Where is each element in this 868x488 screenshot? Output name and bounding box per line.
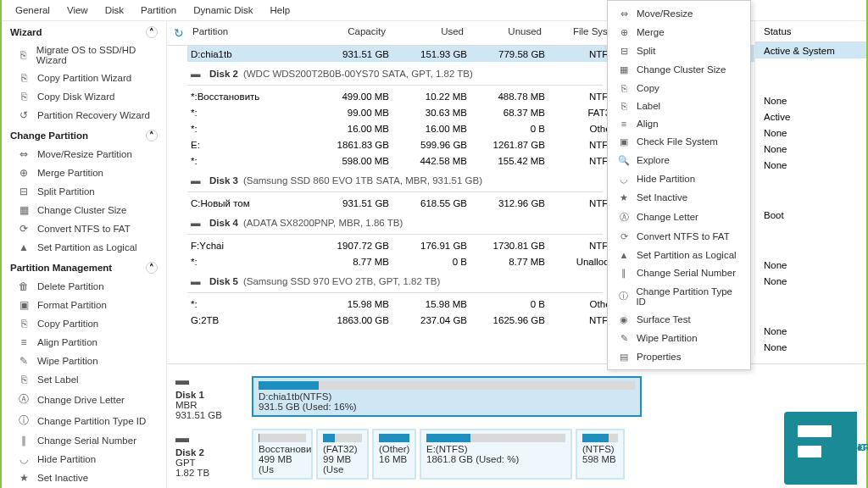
sidebar-item-partition-recovery-wizard[interactable]: ↺Partition Recovery Wizard: [2, 106, 166, 125]
icon: ▲: [17, 241, 31, 253]
sidebar-item-label: Align Partition: [37, 337, 97, 347]
sidebar-item-change-serial-number[interactable]: ∥Change Serial Number: [2, 431, 166, 450]
icon: ▲: [618, 250, 630, 260]
icon: ⎘: [17, 72, 31, 84]
sidebar-item-set-label[interactable]: ⎘Set Label: [2, 370, 166, 389]
menu-partition[interactable]: Partition: [134, 3, 183, 17]
ctx-wipe-partition[interactable]: ✎Wipe Partition: [608, 329, 750, 347]
icon: ⎘: [17, 374, 31, 385]
disk-card[interactable]: ▬Disk 1MBR931.51 GB D:chia1tb(NTFS) 931.…: [175, 373, 858, 420]
content-area: ↻ Partition Capacity Used Unused File Sy…: [167, 21, 866, 488]
sidebar-item-label: Merge Partition: [37, 168, 103, 178]
sidebar-item-wipe-partition[interactable]: ✎Wipe Partition: [2, 352, 166, 370]
partition-box[interactable]: (FAT32)99 MB (Use: [316, 429, 369, 480]
sidebar-item-set-partition-as-logical[interactable]: ▲Set Partition as Logical: [2, 238, 166, 257]
sidebar-item-convert-ntfs-to-fat[interactable]: ⟳Convert NTFS to FAT: [2, 219, 166, 238]
icon: ⎘: [17, 318, 31, 330]
sidebar-item-merge-partition[interactable]: ⊕Merge Partition: [2, 164, 166, 182]
icon: ⊟: [17, 186, 31, 197]
sidebar-item-set-inactive[interactable]: ★Set Inactive: [2, 469, 166, 487]
ctx-hide-partition[interactable]: ◡Hide Partition: [608, 169, 750, 188]
sidebar-item-label: Hide Partition: [37, 454, 96, 464]
ctx-properties[interactable]: ▤Properties: [608, 347, 750, 366]
icon: ▣: [618, 136, 630, 147]
sidebar-item-migrate-os-to-ssd-hd-wizard[interactable]: ⎘Migrate OS to SSD/HD Wizard: [2, 42, 166, 69]
icon: ◡: [618, 174, 630, 185]
partition-box[interactable]: D:chia1tb(NTFS) 931.5 GB (Used: 16%): [252, 376, 642, 417]
sidebar-item-change-partition-type-id[interactable]: ⓘChange Partition Type ID: [2, 410, 166, 431]
sidebar-item-split-partition[interactable]: ⊟Split Partition: [2, 182, 166, 201]
sidebar-item-hide-partition[interactable]: ◡Hide Partition: [2, 450, 166, 469]
ctx-change-letter[interactable]: ⒶChange Letter: [608, 207, 750, 227]
sidebar-item-align-partition[interactable]: ≡Align Partition: [2, 333, 166, 352]
chevron-up-icon: ˄: [146, 26, 158, 38]
ctx-change-cluster-size[interactable]: ▦Change Cluster Size: [608, 60, 750, 79]
context-menu[interactable]: ⇔Move/Resize⊕Merge⊟Split▦Change Cluster …: [607, 0, 751, 370]
sidebar-item-label: Set Label: [37, 374, 79, 385]
partition-box[interactable]: E:(NTFS)1861.8 GB (Used: %): [420, 429, 572, 480]
ctx-merge[interactable]: ⊕Merge: [608, 23, 750, 42]
icon: ⎘: [618, 83, 630, 93]
icon: ◡: [17, 453, 31, 465]
disk-icon: ▬: [191, 218, 204, 228]
sidebar-item-change-drive-letter[interactable]: ⒶChange Drive Letter: [2, 389, 166, 410]
disk-icon: ▬: [175, 430, 245, 446]
status-cell: None: [755, 257, 866, 273]
sidebar-item-move-resize-partition[interactable]: ⇔Move/Resize Partition: [2, 145, 166, 164]
sidebar-item-copy-disk-wizard[interactable]: ⎘Copy Disk Wizard: [2, 87, 166, 106]
col-capacity[interactable]: Capacity: [323, 26, 401, 40]
partition-box[interactable]: (Other)16 MB: [372, 429, 416, 480]
menu-disk[interactable]: Disk: [98, 3, 131, 17]
status-column: Status Active & SystemNoneActiveNoneNone…: [754, 21, 866, 355]
ctx-surface-test[interactable]: ◉Surface Test: [608, 310, 750, 329]
disk-card[interactable]: ▬Disk 2GPT1.82 TB Восстанови499 MB (Us(F…: [175, 429, 858, 480]
change-partition-header[interactable]: Change Partition˄: [2, 125, 166, 145]
disk-visual-panel: ▬Disk 1MBR931.51 GB D:chia1tb(NTFS) 931.…: [167, 364, 866, 488]
status-cell: None: [755, 323, 866, 339]
sidebar-item-copy-partition[interactable]: ⎘Copy Partition: [2, 314, 166, 333]
col-partition[interactable]: Partition: [187, 26, 323, 40]
ctx-move-resize[interactable]: ⇔Move/Resize: [608, 4, 750, 23]
disk-icon: ▬: [191, 276, 204, 286]
ctx-change-serial-number[interactable]: ∥Change Serial Number: [608, 263, 750, 282]
col-unused[interactable]: Unused: [479, 26, 557, 40]
status-cell: None: [755, 273, 866, 289]
menu-dynamic-disk[interactable]: Dynamic Disk: [186, 3, 259, 17]
sidebar-item-delete-partition[interactable]: 🗑Delete Partition: [2, 277, 166, 296]
chevron-up-icon: ˄: [146, 130, 158, 141]
menu-general[interactable]: General: [8, 3, 57, 17]
sidebar-item-label: Change Partition Type ID: [37, 416, 146, 426]
icon: ∥: [618, 268, 630, 279]
partition-box[interactable]: (NTFS)598 MB: [576, 429, 625, 480]
col-used[interactable]: Used: [401, 26, 479, 40]
wizard-header[interactable]: Wizard˄: [2, 21, 166, 42]
icon: ⟳: [17, 223, 31, 235]
refresh-icon[interactable]: ↻: [170, 26, 187, 40]
ctx-check-file-system[interactable]: ▣Check File System: [608, 132, 750, 151]
ctx-convert-ntfs-to-fat[interactable]: ⟳Convert NTFS to FAT: [608, 227, 750, 246]
ctx-label[interactable]: ⎘Label: [608, 97, 750, 114]
sidebar-item-label: Copy Partition Wizard: [37, 73, 131, 83]
menu-help[interactable]: Help: [264, 3, 298, 17]
menu-view[interactable]: View: [60, 3, 95, 17]
col-status[interactable]: Status: [755, 21, 866, 42]
ctx-change-partition-type-id[interactable]: ⓘChange Partition Type ID: [608, 282, 750, 310]
ctx-copy[interactable]: ⎘Copy: [608, 79, 750, 97]
ctx-split[interactable]: ⊟Split: [608, 42, 750, 60]
status-cell: None: [755, 141, 866, 157]
icon: ⊕: [17, 167, 31, 179]
ctx-set-partition-as-logical[interactable]: ▲Set Partition as Logical: [608, 246, 750, 263]
ctx-align[interactable]: ≡Align: [608, 114, 750, 132]
disk-icon: ▬: [191, 69, 204, 79]
sidebar-item-format-partition[interactable]: ▣Format Partition: [2, 296, 166, 314]
ctx-set-inactive[interactable]: ★Set Inactive: [608, 188, 750, 207]
sidebar-item-copy-partition-wizard[interactable]: ⎘Copy Partition Wizard: [2, 69, 166, 87]
partition-box[interactable]: Восстанови499 MB (Us: [252, 429, 313, 480]
sidebar-item-change-cluster-size[interactable]: ▦Change Cluster Size: [2, 201, 166, 219]
icon: ⇔: [17, 148, 31, 160]
partition-management-header[interactable]: Partition Management˄: [2, 257, 166, 277]
ctx-explore[interactable]: 🔍Explore: [608, 151, 750, 169]
icon: ◉: [618, 314, 630, 325]
icon: ≡: [17, 336, 31, 348]
sidebar: Wizard˄ ⎘Migrate OS to SSD/HD Wizard⎘Cop…: [2, 21, 167, 488]
